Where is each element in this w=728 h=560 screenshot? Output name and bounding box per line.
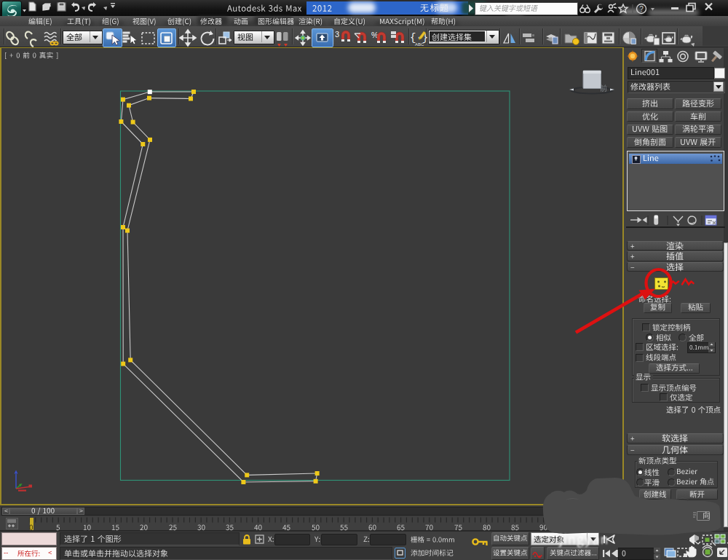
svg-text:?: ? [639, 5, 644, 13]
